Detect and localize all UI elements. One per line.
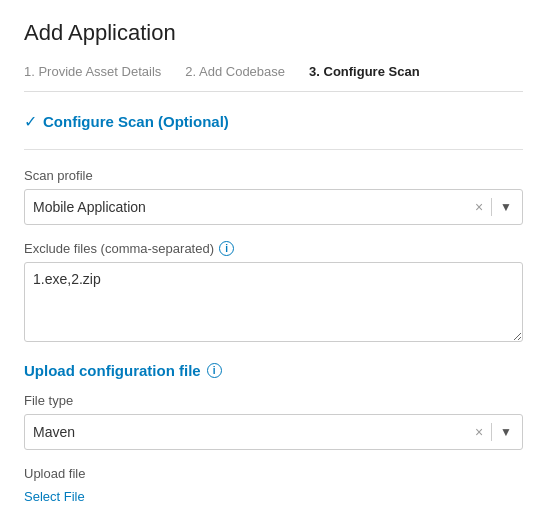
scan-profile-group: Scan profile Mobile Application × ▼ — [24, 168, 523, 225]
exclude-files-group: Exclude files (comma-separated) i 1.exe,… — [24, 241, 523, 346]
step-3-active[interactable]: 3. Configure Scan — [309, 64, 444, 79]
file-type-select-divider — [491, 423, 492, 441]
file-type-dropdown-arrow[interactable]: ▼ — [498, 423, 514, 441]
scan-profile-label: Scan profile — [24, 168, 523, 183]
exclude-files-info-icon[interactable]: i — [219, 241, 234, 256]
select-file-link[interactable]: Select File — [24, 489, 85, 504]
file-type-label: File type — [24, 393, 523, 408]
chevron-down-icon: ✓ — [24, 112, 37, 131]
scan-profile-dropdown-arrow[interactable]: ▼ — [498, 198, 514, 216]
upload-file-label: Upload file — [24, 466, 523, 481]
scan-profile-clear-btn[interactable]: × — [473, 198, 485, 216]
page-title: Add Application — [24, 20, 523, 46]
upload-file-group: Upload file Select File — [24, 466, 523, 505]
step-1[interactable]: 1. Provide Asset Details — [24, 64, 185, 79]
scan-profile-controls: × ▼ — [473, 198, 514, 216]
file-type-select[interactable]: Maven × ▼ — [24, 414, 523, 450]
file-type-value: Maven — [33, 424, 473, 440]
file-type-clear-btn[interactable]: × — [473, 423, 485, 441]
section-divider — [24, 149, 523, 150]
file-type-group: File type Maven × ▼ — [24, 393, 523, 450]
upload-config-info-icon[interactable]: i — [207, 363, 222, 378]
configure-scan-header: ✓ Configure Scan (Optional) — [24, 112, 523, 131]
select-divider — [491, 198, 492, 216]
file-type-controls: × ▼ — [473, 423, 514, 441]
stepper: 1. Provide Asset Details 2. Add Codebase… — [24, 64, 523, 92]
upload-config-title: Upload configuration file — [24, 362, 201, 379]
scan-profile-value: Mobile Application — [33, 199, 473, 215]
page-container: Add Application 1. Provide Asset Details… — [0, 0, 547, 512]
exclude-files-textarea[interactable]: 1.exe,2.zip — [24, 262, 523, 342]
step-2[interactable]: 2. Add Codebase — [185, 64, 309, 79]
exclude-files-label: Exclude files (comma-separated) i — [24, 241, 523, 256]
configure-scan-title: Configure Scan (Optional) — [43, 113, 229, 130]
upload-config-header: Upload configuration file i — [24, 362, 523, 379]
exclude-files-textarea-wrapper: 1.exe,2.zip — [24, 262, 523, 346]
scan-profile-select[interactable]: Mobile Application × ▼ — [24, 189, 523, 225]
